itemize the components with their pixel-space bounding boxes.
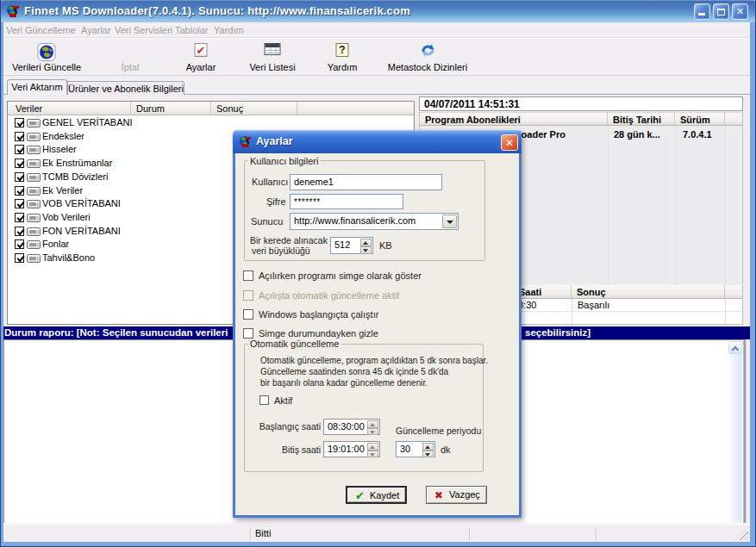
gridline bbox=[725, 126, 726, 284]
period-spin-buttons[interactable] bbox=[422, 443, 434, 457]
row-checkbox[interactable] bbox=[15, 159, 24, 168]
checkbox-simge-gizle[interactable] bbox=[243, 328, 253, 339]
column-header-empty2 bbox=[725, 113, 743, 126]
row-checkbox[interactable] bbox=[15, 186, 24, 196]
username-label: Kullanıcı bbox=[252, 177, 288, 187]
server-combobox[interactable]: http://www.finansalicerik.com bbox=[290, 213, 459, 230]
chunk-label-line1: Bir kerede alınacak bbox=[250, 235, 328, 246]
chunk-label-line2: veri büyüklüğü bbox=[252, 246, 310, 256]
database-icon bbox=[27, 200, 41, 208]
row-checkbox[interactable] bbox=[15, 132, 24, 141]
row-checkbox[interactable] bbox=[15, 199, 24, 208]
checkbox-aktif[interactable] bbox=[259, 395, 269, 405]
save-button[interactable]: ✔ Kaydet bbox=[346, 486, 407, 504]
database-icon bbox=[27, 187, 41, 196]
row-label: GENEL VERİTABANI bbox=[42, 117, 133, 127]
database-icon bbox=[27, 173, 41, 182]
column-header-durum[interactable]: Durum bbox=[131, 102, 211, 115]
chunk-size-spinner[interactable]: 512 bbox=[330, 237, 373, 254]
row-checkbox[interactable] bbox=[15, 253, 24, 263]
row-label: Ek Enstrümanlar bbox=[42, 158, 112, 168]
spin-down-button[interactable] bbox=[367, 428, 378, 436]
dialog-close-button[interactable]: ✕ bbox=[501, 134, 518, 151]
maximize-button[interactable] bbox=[713, 3, 729, 20]
column-header-veriler[interactable]: Veriler bbox=[8, 102, 131, 115]
save-check-icon: ✔ bbox=[355, 489, 365, 503]
cancel-button[interactable]: ✖ Vazgeç bbox=[426, 486, 487, 504]
triangle-down-icon bbox=[370, 431, 375, 434]
row-checkbox[interactable] bbox=[15, 239, 24, 249]
start-time-spin-buttons[interactable] bbox=[367, 420, 378, 435]
toolbar-ayarlar-button[interactable]: ✔ Ayarlar bbox=[179, 39, 222, 75]
toolbar-iptal-button[interactable]: İptal bbox=[113, 39, 147, 75]
toolbar-verileri-guncelle-button[interactable]: Verileri Güncelle bbox=[7, 39, 86, 75]
minimize-button[interactable] bbox=[694, 3, 710, 20]
close-button[interactable]: ✕ bbox=[732, 3, 748, 20]
tab-veri-aktarim[interactable]: Veri Aktarım bbox=[7, 79, 67, 95]
row-checkbox[interactable] bbox=[15, 213, 24, 222]
subscriptions-header: Program Abonelikleri Bitiş Tarihi Sürüm bbox=[420, 112, 742, 126]
row-label: Vob Verileri bbox=[42, 212, 91, 222]
scroll-up-button[interactable] bbox=[728, 341, 742, 354]
log-scrollbar[interactable] bbox=[728, 341, 742, 522]
checkbox-windows-baslangic[interactable] bbox=[243, 309, 253, 320]
column-header-bitis-tarihi[interactable]: Bitiş Tarihi bbox=[608, 113, 675, 126]
spin-down-button[interactable] bbox=[367, 451, 378, 458]
dialog-close-icon: ✕ bbox=[502, 137, 517, 149]
statusbar-divider bbox=[250, 527, 252, 541]
menu-veri-guncelleme[interactable]: Veri Güncelleme bbox=[6, 25, 76, 35]
globe-icon bbox=[38, 43, 56, 61]
subscription-version: 7.0.4.1 bbox=[683, 129, 712, 140]
list-row[interactable]: GENEL VERİTABANI bbox=[8, 116, 414, 130]
period-spinner[interactable]: 30 bbox=[396, 441, 435, 457]
menu-yardim[interactable]: Yardım bbox=[214, 25, 244, 35]
end-time-spinner[interactable]: 19:01:00 bbox=[323, 441, 380, 457]
combo-dropdown-button[interactable] bbox=[442, 214, 457, 228]
column-header-program-abonelikleri[interactable]: Program Abonelikleri bbox=[420, 113, 608, 126]
chevron-down-icon bbox=[447, 221, 453, 224]
tab-urunler-ve-abonelik[interactable]: Ürünler ve Abonelik Bilgileri bbox=[67, 81, 184, 95]
column-header-sonuc[interactable]: Sonuç bbox=[211, 102, 297, 115]
spin-down-button[interactable] bbox=[360, 246, 372, 254]
username-input[interactable]: deneme1 bbox=[290, 174, 442, 190]
start-time-spinner[interactable]: 08:30:00 bbox=[323, 419, 380, 435]
menu-tablolar[interactable]: Tablolar bbox=[175, 25, 209, 35]
toolbar-metastock-dizinleri-label: Metastock Dizinleri bbox=[383, 62, 472, 72]
toolbar-iptal-label: İptal bbox=[113, 62, 147, 72]
row-checkbox[interactable] bbox=[15, 227, 24, 236]
spin-up-button[interactable] bbox=[360, 239, 372, 246]
spin-up-button[interactable] bbox=[367, 420, 378, 428]
row-label: Endeksler bbox=[42, 131, 84, 141]
resize-grip[interactable] bbox=[735, 527, 748, 540]
spin-down-button[interactable] bbox=[422, 451, 434, 458]
end-time-spin-buttons[interactable] bbox=[367, 443, 378, 457]
password-input[interactable]: ******* bbox=[290, 194, 403, 209]
dialog-title-bar[interactable]: Ayarlar ✕ bbox=[233, 130, 522, 153]
statusbar-divider bbox=[469, 527, 471, 541]
spin-up-button[interactable] bbox=[422, 443, 434, 451]
column-header-surum[interactable]: Sürüm bbox=[675, 113, 725, 126]
column-header-sonuc2[interactable]: Sonuç bbox=[572, 285, 725, 298]
auto-update-group-label: Otomatik güncelleme bbox=[247, 339, 341, 349]
triangle-down-icon bbox=[363, 249, 368, 252]
checkbox-simge-gizle-label: Simge durumundayken gizle bbox=[259, 328, 378, 339]
spin-up-button[interactable] bbox=[367, 443, 378, 451]
period-label: Güncelleme periyodu bbox=[396, 426, 481, 436]
toolbar-metastock-dizinleri-button[interactable]: Metastock Dizinleri bbox=[383, 39, 472, 75]
toolbar-yardim-button[interactable]: ? Yardım bbox=[323, 39, 361, 75]
menu-veri-servisleri[interactable]: Veri Servisleri bbox=[115, 25, 172, 35]
application-window: Finnet MS Downloader(7.0.4.1). Sunucu: h… bbox=[0, 0, 756, 547]
checkbox-simge-goster[interactable] bbox=[243, 270, 253, 281]
triangle-up-icon bbox=[425, 445, 430, 449]
database-icon bbox=[27, 254, 41, 263]
chunk-spin-buttons[interactable] bbox=[360, 239, 372, 254]
title-bar[interactable]: Finnet MS Downloader(7.0.4.1). Sunucu: h… bbox=[0, 0, 756, 22]
row-checkbox[interactable] bbox=[15, 145, 24, 154]
menu-ayarlar[interactable]: Ayarlar bbox=[81, 25, 111, 35]
username-value: deneme1 bbox=[294, 177, 334, 187]
row-label: Hisseler bbox=[42, 144, 77, 154]
toolbar-veri-listesi-button[interactable]: Veri Listesi bbox=[246, 39, 299, 75]
triangle-up-icon bbox=[370, 445, 375, 449]
row-checkbox[interactable] bbox=[15, 118, 24, 127]
row-checkbox[interactable] bbox=[15, 172, 24, 182]
